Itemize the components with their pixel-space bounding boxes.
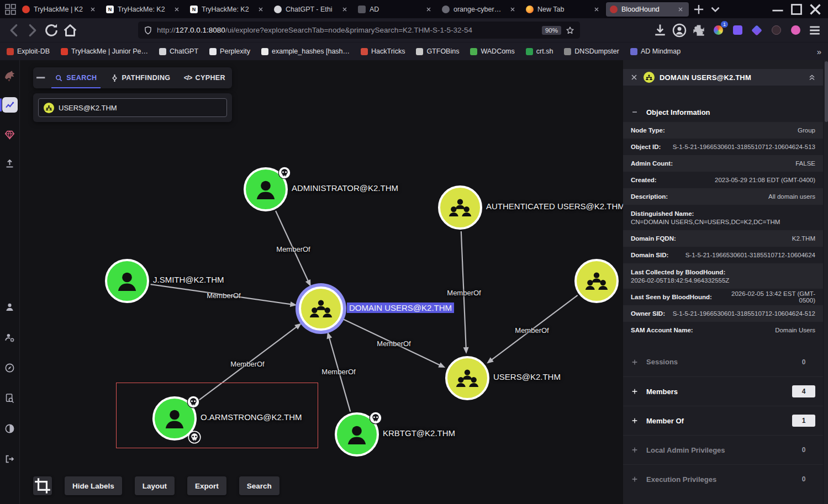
tab-close-icon[interactable] (508, 5, 517, 14)
tab-close-icon[interactable] (424, 5, 433, 14)
browser-tab[interactable]: ChatGPT - Ethi (270, 2, 353, 17)
collapse-all-icon[interactable] (808, 73, 816, 82)
bookmark-item[interactable]: Exploit-DB (7, 47, 50, 55)
bookmark-item[interactable]: HackTricks (361, 47, 405, 55)
tab-close-icon[interactable] (592, 5, 601, 14)
bookmark-star-icon[interactable] (566, 26, 574, 35)
account-icon[interactable] (672, 23, 687, 38)
section-member-of[interactable]: Member Of1 (623, 406, 823, 435)
data-quality[interactable] (2, 126, 18, 142)
edge-label-memberof[interactable]: MemberOf (515, 326, 549, 335)
edge-label-memberof[interactable]: MemberOf (207, 291, 240, 300)
dark-extension-icon[interactable] (768, 23, 784, 38)
scrollbar-thumb[interactable] (825, 61, 828, 122)
edge-label-memberof[interactable]: MemberOf (377, 339, 410, 348)
tab-close-icon[interactable] (256, 5, 265, 14)
edge-label-memberof[interactable]: MemberOf (276, 245, 310, 253)
tab-list-button[interactable] (708, 3, 722, 16)
back-button[interactable] (6, 22, 22, 39)
close-window-button[interactable] (806, 2, 825, 17)
forward-button[interactable] (24, 22, 41, 39)
bookmark-item[interactable]: crt.sh (526, 47, 553, 55)
graph-node-group2[interactable] (574, 259, 619, 303)
graph-node-domainusers[interactable] (299, 287, 343, 331)
menu-icon[interactable] (807, 23, 822, 38)
home-button[interactable] (62, 22, 78, 39)
expand-section-icon[interactable] (631, 446, 639, 454)
logout[interactable] (2, 451, 18, 466)
extensions-icon[interactable] (691, 23, 706, 38)
graph-node-authusers[interactable] (438, 185, 482, 230)
fit-view-button[interactable] (33, 476, 52, 495)
proton-extension-icon[interactable] (730, 23, 745, 38)
section-members[interactable]: Members4 (623, 376, 823, 406)
collapse-search-button[interactable] (33, 67, 48, 88)
close-panel-icon[interactable] (630, 73, 639, 82)
graph-node-krbtgt[interactable] (335, 412, 379, 457)
tab-close-icon[interactable] (340, 5, 349, 14)
section-local-admin-privileges[interactable]: Local Admin Privileges0 (623, 435, 823, 464)
tab-cypher[interactable]: </>CYPHER (177, 67, 233, 88)
graph-canvas[interactable]: MemberOfMemberOfMemberOfMemberOfMemberOf… (20, 60, 623, 504)
gem-extension-icon[interactable] (749, 23, 764, 38)
expand-section-icon[interactable] (631, 475, 639, 483)
documentation[interactable] (2, 390, 18, 406)
tab-close-icon[interactable] (676, 5, 685, 14)
section-execution-privileges[interactable]: Execution Privileges0 (623, 464, 823, 494)
browser-tab[interactable]: orange-cyberdefen (438, 2, 521, 17)
object-information-header[interactable]: Object Information (623, 102, 823, 122)
minimize-button[interactable] (768, 2, 787, 17)
window-scrollbar[interactable] (823, 60, 828, 504)
edge-label-memberof[interactable]: MemberOf (447, 289, 481, 297)
maximize-button[interactable] (787, 2, 806, 17)
expand-section-icon[interactable] (631, 417, 639, 425)
search-button[interactable]: Search (239, 476, 279, 495)
browser-tab[interactable]: BloodHound (606, 2, 689, 17)
edge-label-memberof[interactable]: MemberOf (321, 368, 355, 376)
zoom-level-badge[interactable]: 90% (542, 26, 561, 35)
expand-section-icon[interactable] (631, 388, 639, 395)
graph-node-oarmstrong[interactable] (152, 396, 197, 441)
section-sessions[interactable]: Sessions0 (623, 347, 823, 376)
download-icon[interactable] (652, 23, 668, 38)
bookmark-item[interactable]: example_hashes [hash… (261, 47, 350, 55)
firefox-view-icon[interactable] (3, 3, 18, 16)
bookmark-item[interactable]: GTFOBins (416, 47, 459, 55)
explore-graph[interactable] (2, 97, 18, 113)
browser-tab[interactable]: NTryHackMe: K2 (102, 2, 185, 17)
hide-labels-button[interactable]: Hide Labels (65, 476, 122, 495)
bookmarks-overflow-chevron[interactable]: » (817, 47, 821, 56)
bloodhound-logo[interactable] (2, 68, 18, 83)
administration[interactable] (2, 330, 18, 345)
pink-extension-icon[interactable] (788, 23, 803, 38)
bookmark-item[interactable]: DNSDumpster (564, 47, 619, 55)
api-explorer[interactable] (2, 360, 18, 375)
graph-node-admin[interactable] (244, 167, 288, 211)
reload-button[interactable] (43, 22, 60, 39)
expand-section-icon[interactable] (631, 358, 639, 366)
tab-pathfinding[interactable]: PATHFINDING (104, 67, 177, 88)
bookmark-item[interactable]: AD Mindmap (630, 47, 681, 55)
bookmark-item[interactable]: TryHackMe | Junior Pe… (61, 47, 148, 55)
new-tab-button[interactable] (692, 3, 706, 16)
bookmark-item[interactable]: ChatGPT (159, 47, 198, 55)
colorways-extension-icon[interactable]: 1 (710, 23, 726, 38)
tab-close-icon[interactable] (172, 5, 181, 14)
browser-tab[interactable]: TryHackMe | K2 (18, 2, 101, 17)
tab-search[interactable]: SEARCH (48, 67, 103, 88)
browser-tab[interactable]: NTryHackMe: K2 (186, 2, 269, 17)
file-ingest-upload[interactable] (2, 156, 18, 171)
url-bar[interactable]: http://127.0.0.1:8080/ui/explore?explore… (138, 22, 580, 39)
collapse-section-icon[interactable] (631, 108, 639, 116)
export-button[interactable]: Export (187, 476, 226, 495)
bookmark-item[interactable]: Perplexity (209, 47, 250, 55)
browser-tab[interactable]: New Tab (522, 2, 605, 17)
graph-node-users[interactable] (445, 356, 489, 400)
browser-tab[interactable]: AD (354, 2, 437, 17)
theme-contrast[interactable] (2, 421, 18, 436)
graph-node-jsmith[interactable] (105, 259, 149, 303)
bookmark-item[interactable]: WADComs (470, 47, 514, 55)
node-search-input[interactable]: USERS@K2.THM (38, 98, 227, 117)
tab-close-icon[interactable] (88, 5, 97, 14)
edge-label-memberof[interactable]: MemberOf (230, 360, 264, 368)
